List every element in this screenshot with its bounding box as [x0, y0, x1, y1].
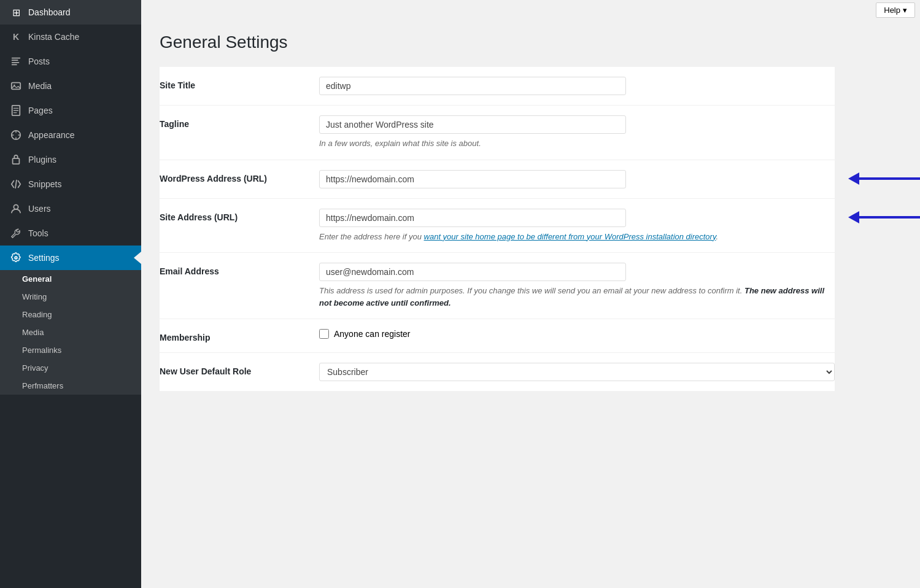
membership-row: Membership Anyone can register	[160, 319, 835, 353]
help-button[interactable]: Help ▾	[876, 2, 915, 18]
snippets-icon	[10, 178, 22, 190]
top-bar: Help ▾	[141, 0, 920, 20]
site-title-input[interactable]	[319, 77, 626, 95]
site-address-label: Site Address (URL)	[160, 209, 319, 222]
posts-icon	[10, 55, 22, 68]
wp-address-row: WordPress Address (URL)	[160, 160, 835, 199]
svg-rect-0	[12, 83, 20, 90]
plugins-icon	[10, 153, 22, 166]
dashboard-icon: ⊞	[10, 6, 22, 18]
pages-icon	[10, 104, 22, 117]
site-address-input[interactable]	[319, 209, 626, 227]
new-user-role-field: Subscriber Contributor Author Editor Adm…	[319, 363, 835, 381]
tagline-input[interactable]	[319, 115, 626, 134]
sidebar-item-tools[interactable]: Tools	[0, 221, 141, 246]
sidebar-item-pages[interactable]: Pages	[0, 98, 141, 123]
svg-rect-4	[13, 158, 20, 164]
new-user-role-label: New User Default Role	[160, 363, 319, 376]
wp-address-input[interactable]	[319, 170, 626, 188]
page-title: General Settings	[160, 33, 902, 52]
wp-address-arrow	[848, 172, 920, 185]
wp-address-field	[319, 170, 835, 188]
svg-point-5	[14, 205, 18, 209]
site-address-arrow	[848, 211, 920, 223]
membership-checkbox-row: Anyone can register	[319, 329, 835, 339]
tagline-row: Tagline In a few words, explain what thi…	[160, 106, 835, 160]
sidebar-item-snippets[interactable]: Snippets	[0, 172, 141, 196]
submenu-item-permalinks[interactable]: Permalinks	[0, 341, 141, 359]
membership-checkbox-label: Anyone can register	[334, 329, 411, 339]
submenu-item-writing[interactable]: Writing	[0, 288, 141, 306]
site-title-field	[319, 77, 835, 95]
sidebar-item-kinsta-cache[interactable]: K Kinsta Cache	[0, 25, 141, 49]
users-icon	[10, 203, 22, 215]
sidebar-item-settings[interactable]: Settings	[0, 246, 141, 270]
site-title-label: Site Title	[160, 77, 319, 90]
sidebar-item-dashboard[interactable]: ⊞ Dashboard	[0, 0, 141, 25]
email-address-row: Email Address This address is used for a…	[160, 253, 835, 319]
active-arrow	[134, 252, 141, 264]
submenu-item-perfmatters[interactable]: Perfmatters	[0, 377, 141, 395]
membership-checkbox[interactable]	[319, 329, 329, 339]
submenu-item-reading[interactable]: Reading	[0, 306, 141, 323]
site-address-field: Enter the address here if you want your …	[319, 209, 835, 243]
site-address-hint: Enter the address here if you want your …	[319, 231, 835, 243]
tagline-field: In a few words, explain what this site i…	[319, 115, 835, 150]
membership-label: Membership	[160, 329, 319, 342]
site-address-row: Site Address (URL) Enter the address her…	[160, 199, 835, 253]
submenu-item-general[interactable]: General	[0, 270, 141, 288]
arrow-head-left	[848, 172, 859, 185]
email-address-field: This address is used for admin purposes.…	[319, 263, 835, 309]
appearance-icon	[10, 129, 22, 141]
new-user-role-select[interactable]: Subscriber Contributor Author Editor Adm…	[319, 363, 835, 381]
sidebar-item-media[interactable]: Media	[0, 74, 141, 98]
settings-submenu: General Writing Reading Media Permalinks…	[0, 270, 141, 395]
submenu-item-privacy[interactable]: Privacy	[0, 359, 141, 377]
tagline-hint: In a few words, explain what this site i…	[319, 137, 835, 150]
sidebar-item-plugins[interactable]: Plugins	[0, 147, 141, 172]
tagline-label: Tagline	[160, 115, 319, 129]
site-address-hint-link[interactable]: want your site home page to be different…	[424, 232, 716, 241]
sidebar-item-users[interactable]: Users	[0, 196, 141, 221]
email-address-input[interactable]	[319, 263, 626, 281]
tools-icon	[10, 227, 22, 239]
sidebar-item-appearance[interactable]: Appearance	[0, 123, 141, 147]
settings-form: Site Title Tagline In a few words, expla…	[160, 67, 835, 391]
arrow-line-2	[859, 216, 920, 219]
settings-icon	[10, 252, 22, 264]
email-address-label: Email Address	[160, 263, 319, 276]
membership-field: Anyone can register	[319, 329, 835, 339]
new-user-role-row: New User Default Role Subscriber Contrib…	[160, 353, 835, 391]
arrow-head-left-2	[848, 211, 859, 223]
arrow-line	[859, 177, 920, 180]
main-content: Help ▾ General Settings Site Title Tagli…	[141, 0, 920, 588]
kinsta-icon: K	[10, 31, 22, 43]
media-icon	[10, 80, 22, 92]
wp-address-label: WordPress Address (URL)	[160, 170, 319, 184]
content-area: General Settings Site Title Tagline In a…	[141, 20, 920, 588]
submenu-item-media[interactable]: Media	[0, 323, 141, 341]
email-address-hint: This address is used for admin purposes.…	[319, 285, 835, 309]
sidebar: ⊞ Dashboard K Kinsta Cache Posts Media P…	[0, 0, 141, 588]
chevron-down-icon: ▾	[903, 6, 907, 15]
sidebar-item-posts[interactable]: Posts	[0, 49, 141, 74]
site-title-row: Site Title	[160, 67, 835, 106]
